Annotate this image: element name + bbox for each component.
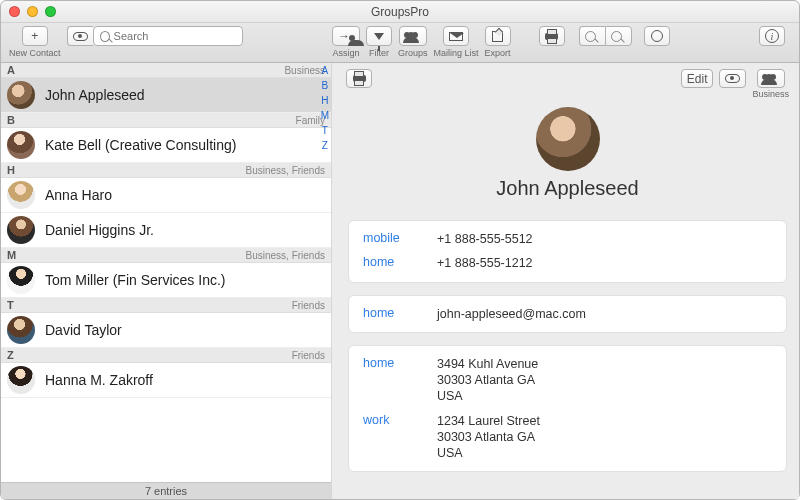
filter-button[interactable] [366,26,392,46]
toolbar: + New Contact → Assign Filter Groups [1,23,799,63]
contact-name-label: Tom Miller (Fin Services Inc.) [45,272,225,288]
window-title: GroupsPro [371,5,429,19]
section-header: ZFriends [1,348,331,363]
gear-icon [651,30,663,42]
detail-value: +1 888-555-1212 [437,255,533,271]
detail-label: home [363,306,437,320]
detail-value: +1 888-555-5512 [437,231,533,247]
alpha-index[interactable]: ABHMTZ [321,65,329,151]
printer-icon [545,33,558,40]
detail-label: home [363,356,437,370]
detail-print-button[interactable] [346,69,372,88]
footer-count: 7 entries [1,482,331,499]
contact-row[interactable]: Daniel Higgins Jr. [1,213,331,248]
index-letter[interactable]: H [321,95,329,106]
contact-name-label: John Appleseed [45,87,145,103]
contact-row[interactable]: Hanna M. Zakroff [1,363,331,398]
contact-name-label: Hanna M. Zakroff [45,372,153,388]
info-icon: i [765,29,779,43]
eye-icon [725,74,740,83]
contact-name-label: David Taylor [45,322,122,338]
phones-card: mobile+1 888-555-5512home+1 888-555-1212 [348,220,787,283]
detail-row: home+1 888-555-1212 [349,251,786,275]
detail-label: mobile [363,231,437,245]
contacts-list-pane: ABusinessJohn AppleseedBFamilyKate Bell … [1,63,332,499]
envelope-icon [449,32,463,41]
assign-button[interactable]: → [332,26,360,46]
people-icon [763,72,779,78]
detail-pane: Edit Business John Appleseed mobile+1 88… [332,63,799,499]
contact-name: John Appleseed [346,177,789,200]
info-button[interactable]: i [759,26,785,46]
avatar [7,131,35,159]
assign-label: Assign [332,48,359,58]
contacts-list[interactable]: ABusinessJohn AppleseedBFamilyKate Bell … [1,63,331,482]
content: ABusinessJohn AppleseedBFamilyKate Bell … [1,63,799,499]
titlebar: GroupsPro [1,1,799,23]
window-controls [9,6,56,17]
avatar [7,81,35,109]
contact-row[interactable]: Kate Bell (Creative Consulting) [1,128,331,163]
zoom-out-button[interactable] [579,26,605,46]
export-button[interactable] [485,26,511,46]
export-icon [492,31,503,42]
index-letter[interactable]: A [321,65,329,76]
avatar [7,181,35,209]
contact-row[interactable]: John Appleseed [1,78,331,113]
groups-label: Groups [398,48,428,58]
detail-row: home3494 Kuhl Avenue 30303 Atlanta GA US… [349,352,786,409]
avatar [7,216,35,244]
detail-value: 1234 Laurel Street 30303 Atlanta GA USA [437,413,540,462]
new-contact-label: New Contact [9,48,61,58]
index-letter[interactable]: T [321,125,329,136]
close-icon[interactable] [9,6,20,17]
view-toggle-eye-button[interactable] [67,26,93,46]
section-header: MBusiness, Friends [1,248,331,263]
zoom-in-icon [611,31,622,42]
detail-label: work [363,413,437,427]
contact-avatar [536,107,600,171]
emails-card: homejohn-appleseed@mac.com [348,295,787,333]
people-icon [405,30,421,36]
addresses-card: home3494 Kuhl Avenue 30303 Atlanta GA US… [348,345,787,473]
contact-row[interactable]: Tom Miller (Fin Services Inc.) [1,263,331,298]
detail-row: homejohn-appleseed@mac.com [349,302,786,326]
avatar [7,366,35,394]
funnel-icon [374,33,384,40]
contact-row[interactable]: Anna Haro [1,178,331,213]
printer-icon [353,75,366,82]
edit-button[interactable]: Edit [681,69,714,88]
detail-value: john-appleseed@mac.com [437,306,586,322]
new-contact-button[interactable]: + [22,26,48,46]
zoom-in-button[interactable] [605,26,632,46]
contact-name-label: Daniel Higgins Jr. [45,222,154,238]
contact-name-label: Kate Bell (Creative Consulting) [45,137,236,153]
index-letter[interactable]: B [321,80,329,91]
search-input[interactable] [93,26,243,46]
window: GroupsPro + New Contact → Assign Filter [0,0,800,500]
detail-label: home [363,255,437,269]
search-icon [100,31,110,42]
contact-name-label: Anna Haro [45,187,112,203]
minimize-icon[interactable] [27,6,38,17]
mailing-list-button[interactable] [443,26,469,46]
zoom-out-icon [585,31,596,42]
settings-button[interactable] [644,26,670,46]
detail-eye-button[interactable] [719,69,746,88]
business-label: Business [752,89,789,99]
avatar [7,316,35,344]
assign-people-icon [350,33,354,39]
groups-button[interactable] [399,26,427,46]
print-button[interactable] [539,26,565,46]
index-letter[interactable]: Z [321,140,329,151]
section-header: BFamily [1,113,331,128]
contact-row[interactable]: David Taylor [1,313,331,348]
export-label: Export [485,48,511,58]
zoom-icon[interactable] [45,6,56,17]
index-letter[interactable]: M [321,110,329,121]
business-group-button[interactable] [757,69,785,88]
search-field[interactable] [114,30,236,42]
eye-icon [73,32,88,41]
section-header: TFriends [1,298,331,313]
section-header: HBusiness, Friends [1,163,331,178]
